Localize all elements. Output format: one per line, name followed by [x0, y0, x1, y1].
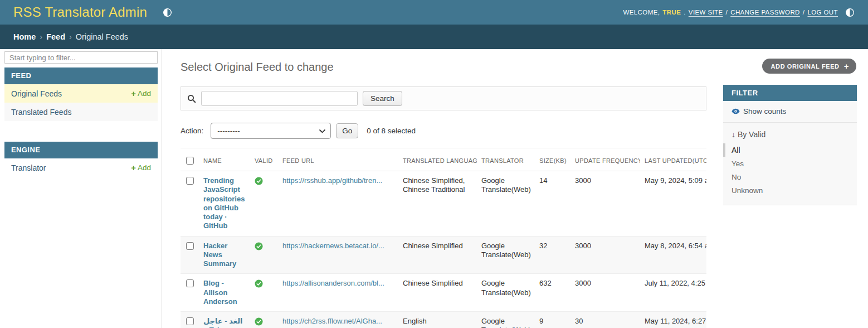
feed-name-link[interactable]: Blog - Allison Anderson: [203, 279, 237, 306]
sidebar-item-translator[interactable]: Translator +Add: [4, 158, 158, 177]
search-input[interactable]: [201, 91, 358, 106]
add-translator-link[interactable]: +Add: [131, 163, 151, 172]
update-frequency-cell: 3000: [570, 171, 640, 237]
search-icon: [187, 94, 196, 103]
filter-option-all[interactable]: All: [723, 143, 857, 157]
action-select-value: ---------: [217, 127, 240, 135]
translated-feeds-link[interactable]: Translated Feeds: [11, 108, 71, 117]
filter-by-valid-heading[interactable]: ↓ By Valid: [723, 123, 857, 143]
user-tools: WELCOME, TRUE. VIEW SITE / CHANGE PASSWO…: [623, 8, 855, 17]
sidebar-item-translated-feeds[interactable]: Translated Feeds: [4, 103, 158, 121]
search-button[interactable]: Search: [363, 91, 402, 106]
eye-icon: [732, 108, 740, 114]
feed-table-body: Trending JavaScript repositories on GitH…: [181, 171, 706, 328]
update-frequency-cell: 30: [570, 312, 640, 328]
table-row: Trending JavaScript repositories on GitH…: [181, 171, 706, 237]
filter-option-no[interactable]: No: [723, 170, 857, 184]
translator-cell: Google Translate(Web): [477, 171, 535, 237]
col-header-feed-url[interactable]: FEED URL: [278, 148, 398, 171]
breadcrumb-current: Original Feeds: [76, 32, 128, 41]
update-frequency-cell: 3000: [570, 236, 640, 274]
breadcrumb-home[interactable]: Home: [13, 32, 36, 41]
translator-cell: Google Translate(Web): [477, 274, 535, 312]
nav-sidebar: FEED Original Feeds +Add Translated Feed…: [0, 49, 162, 328]
last-updated-cell: July 11, 2022, 4:25 p: [640, 274, 706, 312]
translator-cell: Google Translate(Web): [477, 312, 535, 328]
last-updated-cell: May 9, 2024, 5:09 a: [640, 171, 706, 237]
sidebar-item-original-feeds[interactable]: Original Feeds +Add: [4, 84, 158, 103]
translated-language-cell: English: [398, 312, 477, 328]
translator-cell: Google Translate(Web): [477, 236, 535, 274]
size-cell: 632: [535, 274, 570, 312]
username: TRUE: [662, 9, 681, 16]
plus-icon: +: [844, 62, 849, 70]
theme-toggle-icon[interactable]: [845, 8, 855, 17]
welcome-text: WELCOME,: [623, 9, 660, 16]
feed-url-link[interactable]: https://rsshub.app/github/tren...: [282, 176, 394, 185]
app-header: RSS Translator Admin WELCOME, TRUE. VIEW…: [0, 0, 868, 25]
add-original-feed-link[interactable]: +Add: [131, 89, 151, 98]
view-site-link[interactable]: VIEW SITE: [689, 9, 723, 16]
col-header-size[interactable]: SIZE(KB): [535, 148, 570, 171]
show-counts-link[interactable]: Show counts: [723, 101, 857, 123]
size-cell: 9: [535, 312, 570, 328]
page-title: Select Original Feed to change: [181, 49, 706, 74]
table-row: Hacker News Summaryhttps://hackernews.be…: [181, 236, 706, 274]
filter-panel: FILTER Show counts ↓ By Valid All Yes No…: [723, 85, 857, 205]
feed-url-link[interactable]: https://hackernews.betacat.io/...: [282, 242, 394, 250]
feed-name-link[interactable]: الغد - عاجل – Telegram: [203, 317, 242, 328]
col-header-translated-language[interactable]: TRANSLATED LANGUAGE: [398, 148, 477, 171]
sidebar-section-feed: FEED: [4, 67, 158, 84]
theme-toggle-icon[interactable]: [163, 8, 172, 17]
translated-language-cell: Chinese Simplified: [398, 236, 477, 274]
filter-title: FILTER: [723, 85, 857, 101]
valid-check-icon: [255, 244, 263, 252]
add-original-feed-button[interactable]: ADD ORIGINAL FEED +: [762, 59, 856, 74]
change-password-link[interactable]: CHANGE PASSWORD: [730, 9, 800, 16]
feed-url-link[interactable]: https://allisonanderson.com/bl...: [282, 279, 394, 288]
filter-option-yes[interactable]: Yes: [723, 157, 857, 170]
size-cell: 14: [535, 171, 570, 237]
col-header-translator[interactable]: TRANSLATOR: [477, 148, 535, 171]
valid-check-icon: [255, 319, 263, 327]
filter-option-unknown[interactable]: Unknown: [723, 184, 857, 197]
original-feeds-link[interactable]: Original Feeds: [11, 89, 62, 98]
table-row: الغد - عاجل – Telegramhttps://ch2rss.ffl…: [181, 312, 706, 328]
chevron-down-icon: [319, 129, 325, 133]
action-select[interactable]: ---------: [211, 123, 331, 139]
table-header-row: NAME VALID FEED URL TRANSLATED LANGUAGE …: [181, 148, 706, 171]
breadcrumb-feed[interactable]: Feed: [46, 32, 65, 41]
feed-url-link[interactable]: https://ch2rss.fflow.net/AlGha...: [282, 317, 394, 326]
log-out-link[interactable]: LOG OUT: [807, 9, 838, 16]
go-button[interactable]: Go: [336, 123, 358, 138]
valid-check-icon: [255, 179, 263, 187]
site-title[interactable]: RSS Translator Admin: [13, 4, 147, 20]
row-checkbox[interactable]: [186, 279, 194, 287]
link-separator: /: [726, 9, 728, 16]
plus-icon: +: [131, 89, 136, 98]
last-updated-cell: May 8, 2024, 6:54 a: [640, 236, 706, 274]
size-cell: 32: [535, 236, 570, 274]
feed-table: NAME VALID FEED URL TRANSLATED LANGUAGE …: [181, 148, 706, 328]
filter-options: All Yes No Unknown: [723, 143, 857, 197]
col-header-last-updated[interactable]: LAST UPDATED(UTC): [640, 148, 706, 171]
sidebar-section-engine: ENGINE: [4, 142, 158, 158]
feed-name-link[interactable]: Hacker News Summary: [203, 242, 236, 268]
feed-name-link[interactable]: Trending JavaScript repositories on GitH…: [203, 176, 245, 230]
col-header-valid[interactable]: VALID: [250, 148, 278, 171]
col-header-name[interactable]: NAME: [199, 148, 250, 171]
select-all-checkbox[interactable]: [186, 157, 194, 165]
link-separator: /: [803, 9, 805, 16]
search-toolbar: Search: [181, 86, 706, 110]
row-checkbox[interactable]: [186, 317, 194, 325]
row-checkbox[interactable]: [186, 242, 194, 250]
col-header-update-frequency[interactable]: UPDATE FREQUENCY: [570, 148, 640, 171]
plus-icon: +: [131, 163, 136, 172]
breadcrumb: Home › Feed › Original Feeds: [0, 25, 868, 49]
row-checkbox[interactable]: [186, 177, 194, 185]
sidebar-filter-input[interactable]: [4, 51, 158, 64]
translated-language-cell: Chinese Simplified: [398, 274, 477, 312]
main-content: Select Original Feed to change Search Ac…: [181, 49, 706, 328]
translated-language-cell: Chinese Simplified, Chinese Traditional: [398, 171, 477, 237]
translator-link[interactable]: Translator: [11, 163, 46, 172]
